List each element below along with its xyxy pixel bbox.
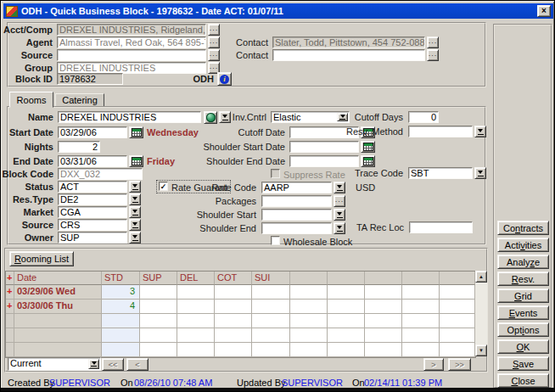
name-dropdown-button[interactable] bbox=[219, 111, 231, 123]
prev-page-button[interactable]: < bbox=[126, 358, 149, 371]
grid-cell[interactable] bbox=[140, 343, 177, 357]
market-field[interactable]: CGA bbox=[58, 206, 127, 218]
rate-code-dropdown-button[interactable] bbox=[334, 182, 345, 193]
tab-rooms[interactable]: Rooms bbox=[9, 92, 53, 108]
resv-method-field[interactable] bbox=[408, 126, 473, 137]
packages-lookup-button[interactable]: ... bbox=[334, 195, 345, 207]
options-button[interactable]: Options bbox=[497, 322, 549, 337]
first-page-button[interactable]: << bbox=[102, 358, 124, 371]
grid-cell[interactable] bbox=[365, 314, 402, 328]
grid-cell[interactable] bbox=[140, 328, 177, 343]
grid-button[interactable]: Grid bbox=[497, 288, 549, 303]
nights-field[interactable]: 2 bbox=[58, 141, 100, 153]
grid-std-cell[interactable] bbox=[102, 328, 140, 343]
grid-cell[interactable] bbox=[402, 285, 440, 300]
grid-cell[interactable] bbox=[290, 300, 328, 314]
grid-cell[interactable] bbox=[440, 300, 475, 314]
analyze-button[interactable]: Analyze bbox=[497, 255, 549, 269]
grid-date-cell[interactable]: 03/29/06 Wed bbox=[14, 285, 102, 300]
grid-cell[interactable] bbox=[440, 314, 475, 328]
grid-cell[interactable] bbox=[290, 328, 328, 343]
name-field[interactable]: DREXEL INDUSTRIES bbox=[58, 111, 201, 123]
shoulder-end-dropdown-button[interactable] bbox=[334, 222, 345, 234]
rate-guarant-checkbox[interactable]: ✓ bbox=[159, 182, 168, 191]
grid-cell[interactable] bbox=[402, 314, 440, 328]
scroll-down-button[interactable]: ▼ bbox=[475, 344, 487, 356]
shoulder-end-field[interactable] bbox=[261, 222, 332, 234]
grid-date-cell[interactable] bbox=[14, 343, 102, 357]
grid-cell[interactable] bbox=[252, 314, 290, 328]
grid-cell[interactable] bbox=[402, 300, 440, 314]
res-type-dropdown-button[interactable] bbox=[129, 193, 141, 205]
source2-field[interactable]: CRS bbox=[58, 219, 127, 231]
packages-field[interactable] bbox=[261, 195, 332, 207]
profile-globe-button[interactable] bbox=[204, 111, 217, 124]
grid-date-cell[interactable] bbox=[14, 314, 102, 328]
rooms-grid[interactable]: + Date STD SUP DEL COT SUI + 03/29/06 We… bbox=[5, 271, 476, 358]
grid-cell[interactable] bbox=[177, 328, 215, 343]
agent-field[interactable]: Almassi Travel, Red Oak, 564 895-7954 bbox=[57, 36, 206, 48]
end-date-calendar-button[interactable] bbox=[129, 155, 143, 167]
contact2-lookup-button[interactable]: ... bbox=[427, 49, 439, 61]
grid-cell[interactable] bbox=[328, 314, 365, 328]
save-button[interactable]: Save bbox=[497, 356, 549, 371]
close-window-button[interactable]: Close bbox=[497, 373, 549, 388]
trace-code-dropdown-button[interactable] bbox=[474, 167, 486, 179]
trace-code-field[interactable]: SBT bbox=[408, 167, 473, 179]
block-code-field[interactable]: DXX_032 bbox=[58, 168, 143, 180]
source-dropdown-button[interactable] bbox=[129, 219, 141, 231]
grid-cell[interactable] bbox=[215, 300, 252, 314]
agent-lookup-button[interactable]: ... bbox=[208, 36, 220, 48]
info-button[interactable]: i bbox=[217, 72, 232, 86]
grid-cell[interactable] bbox=[328, 343, 365, 357]
market-dropdown-button[interactable] bbox=[129, 206, 141, 218]
rate-code-field[interactable]: AARP bbox=[261, 182, 332, 193]
shoulder-end-date-calendar-button[interactable] bbox=[361, 155, 375, 167]
contracts-button[interactable]: Contracts bbox=[497, 221, 549, 235]
wholesale-block-checkbox[interactable] bbox=[271, 236, 280, 245]
grid-cell[interactable] bbox=[365, 300, 402, 314]
start-date-field[interactable]: 03/29/06 bbox=[58, 126, 127, 138]
contact1-lookup-button[interactable]: ... bbox=[427, 36, 439, 48]
grid-cell[interactable] bbox=[140, 314, 177, 328]
grid-cell[interactable] bbox=[252, 300, 290, 314]
grid-date-cell[interactable]: 03/30/06 Thu bbox=[14, 300, 102, 314]
grid-cell[interactable] bbox=[365, 328, 402, 343]
grid-cell[interactable] bbox=[402, 343, 440, 357]
ok-button[interactable]: OK bbox=[497, 339, 549, 354]
owner-field[interactable]: SUP bbox=[58, 232, 127, 244]
grid-cell[interactable] bbox=[328, 285, 365, 300]
grid-cell[interactable] bbox=[290, 285, 328, 300]
start-date-calendar-button[interactable] bbox=[129, 126, 143, 138]
group-field[interactable]: DREXEL INDUSTRIES bbox=[57, 62, 206, 74]
title-bar[interactable]: ODH - Quick Business Block - 1978632 - D… bbox=[3, 3, 553, 19]
grid-std-cell[interactable]: 3 bbox=[102, 285, 140, 300]
inv-cntrl-combo[interactable]: Elastic bbox=[271, 111, 350, 123]
last-page-button[interactable]: >> bbox=[448, 358, 471, 371]
grid-scrollbar[interactable]: ▲ ▼ bbox=[475, 271, 487, 356]
grid-cell[interactable] bbox=[177, 343, 215, 357]
grid-add-icon[interactable]: + bbox=[7, 272, 12, 283]
end-date-field[interactable]: 03/31/06 bbox=[58, 155, 127, 167]
acct-comp-lookup-button[interactable]: ... bbox=[208, 24, 220, 36]
owner-dropdown-button[interactable] bbox=[129, 232, 141, 244]
resv-method-dropdown-button[interactable] bbox=[474, 126, 486, 137]
grid-cell[interactable] bbox=[328, 328, 365, 343]
view-filter-dropdown-button[interactable] bbox=[88, 359, 99, 369]
grid-cell[interactable] bbox=[177, 300, 215, 314]
shoulder-start-date-calendar-button[interactable] bbox=[361, 141, 375, 153]
grid-std-cell[interactable] bbox=[102, 343, 140, 357]
contact1-field[interactable]: Slater, Todd, Pittstown, 454 752-0885 bbox=[272, 36, 425, 48]
status-dropdown-button[interactable] bbox=[129, 181, 141, 193]
next-page-button[interactable]: > bbox=[423, 358, 444, 371]
source-lookup-button[interactable]: ... bbox=[208, 49, 220, 61]
acct-comp-field[interactable]: DREXEL INDUSTRIES, Ridgeland, 564 52 bbox=[57, 24, 206, 36]
grid-date-cell[interactable] bbox=[14, 328, 102, 343]
shoulder-start-field[interactable] bbox=[261, 209, 332, 221]
rooming-list-button[interactable]: Rooming List bbox=[9, 251, 74, 266]
grid-cell[interactable] bbox=[215, 314, 252, 328]
grid-cell[interactable] bbox=[252, 328, 290, 343]
contact2-field[interactable] bbox=[272, 49, 425, 61]
inv-cntrl-dropdown-button[interactable] bbox=[337, 113, 348, 121]
grid-cell[interactable] bbox=[252, 343, 290, 357]
